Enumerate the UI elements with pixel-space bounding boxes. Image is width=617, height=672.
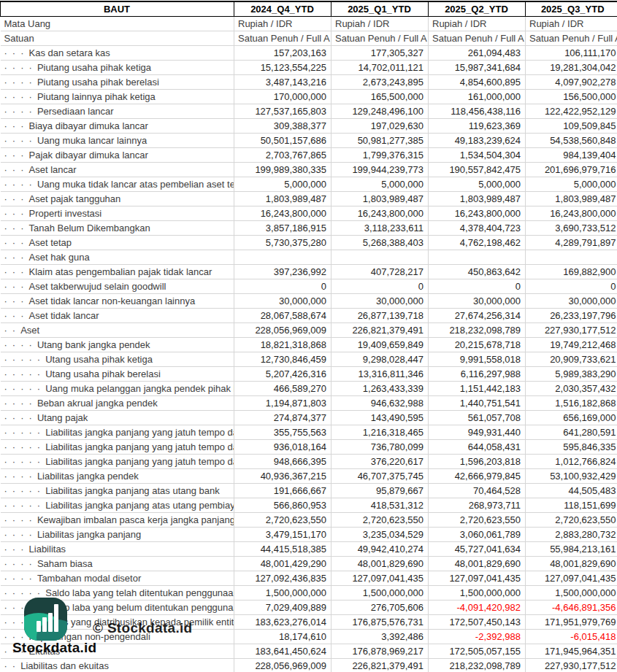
cell-value: 226,821,379,491 — [332, 659, 429, 672]
row-label: · · · · Uang muka lancar lainnya — [1, 134, 234, 148]
cell-value: 5,000,000 — [429, 177, 526, 192]
cell-value: 1,803,989,487 — [234, 192, 332, 206]
cell-value: 1,799,376,315 — [332, 148, 429, 163]
cell-value: 127,097,041,435 — [526, 571, 617, 586]
row-label-text: Liabilitas — [29, 544, 66, 555]
cell-value: 106,111,170 — [526, 46, 617, 61]
row-label: · · · · · Liabilitas jangka panjang atas… — [1, 498, 234, 513]
cell-value: -2,392,988 — [429, 630, 526, 644]
row-label: · · · · Uang muka tidak lancar atas pemb… — [1, 177, 234, 192]
cell-value: 118,456,438,116 — [429, 104, 526, 119]
cell-value: 26,233,197,796 — [526, 309, 617, 323]
table-row: · · · · Uang muka lancar lainnya50,501,1… — [1, 134, 617, 148]
row-label-text: Klaim atas pengembalian pajak tidak lanc… — [29, 266, 212, 277]
cell-value: 309,388,377 — [234, 119, 332, 134]
cell-value: 1,516,182,868 — [526, 396, 617, 411]
cell-value: 16,243,800,000 — [332, 206, 429, 221]
table-row: · · · · Piutang lainnya pihak ketiga170,… — [1, 90, 617, 104]
row-label-text: Liabilitas jangka panjang yang jatuh tem… — [45, 456, 234, 467]
cell-value: 161,000,000 — [429, 90, 526, 104]
cell-value: -4,091,420,982 — [429, 600, 526, 615]
indent-dots: · · · · — [4, 398, 37, 409]
cell-value: 595,846,335 — [526, 440, 617, 455]
meta-value: Satuan Penuh / Full A — [526, 31, 617, 46]
cell-value: 0 — [526, 279, 617, 294]
logo-barchart-icon — [42, 617, 47, 632]
indent-dots: · · · · · — [4, 427, 46, 438]
cell-value: 1,534,504,304 — [429, 148, 526, 163]
table-row: · · · · Beban akrual jangka pendek1,194,… — [1, 396, 617, 411]
cell-value: 176,875,576,731 — [332, 615, 429, 630]
logo-barchart-icon — [37, 621, 41, 632]
cell-value: 5,000,000 — [526, 177, 617, 192]
cell-value: 644,058,431 — [429, 440, 526, 455]
row-label: · · Liabilitas dan ekuitas — [1, 659, 234, 672]
row-label-text: Properti investasi — [29, 208, 102, 219]
row-label: · · · · Piutang lainnya pihak ketiga — [1, 90, 234, 104]
indent-dots: · · · — [4, 208, 29, 219]
cell-value: 2,720,623,550 — [234, 513, 332, 528]
cell-value — [526, 250, 617, 265]
cell-value: 18,174,610 — [234, 630, 332, 644]
row-label-text: Pajak dibayar dimuka lancar — [29, 150, 148, 161]
table-row: · · · Aset takberwujud selain goodwill00… — [1, 279, 617, 294]
cell-value: 4,378,404,723 — [429, 221, 526, 236]
cell-value: 19,281,304,042 — [526, 61, 617, 75]
cell-value: 1,803,989,487 — [429, 192, 526, 206]
cell-value: 218,232,098,789 — [429, 659, 526, 672]
cell-value: 165,500,000 — [332, 90, 429, 104]
cell-value: 26,877,139,718 — [332, 309, 429, 323]
cell-value: 561,057,708 — [429, 411, 526, 425]
row-label: · · · Properti investasi — [1, 206, 234, 221]
row-label: · · · Tanah Belum Dikembangkan — [1, 221, 234, 236]
indent-dots: · · · — [4, 237, 29, 248]
cell-value: 3,487,143,216 — [234, 75, 332, 90]
table-row: · · · · Persediaan lancar127,537,165,803… — [1, 104, 617, 119]
row-label: · · · · Piutang usaha pihak berelasi — [1, 75, 234, 90]
period-header: 2025_Q2_YTD — [429, 1, 526, 17]
cell-value: 169,882,900 — [526, 265, 617, 279]
indent-dots: · · · — [4, 223, 29, 233]
table-row: · · Aset228,056,969,009226,821,379,49121… — [1, 323, 617, 338]
cell-value: 199,944,239,773 — [332, 163, 429, 177]
cell-value: 13,316,811,346 — [332, 367, 429, 382]
cell-value: 466,589,270 — [234, 382, 332, 396]
cell-value — [332, 250, 429, 265]
cell-value: 156,500,000 — [526, 90, 617, 104]
cell-value: 50,981,277,385 — [332, 134, 429, 148]
row-label-text: Biaya dibayar dimuka lancar — [29, 120, 148, 131]
cell-value: 16,243,800,000 — [234, 206, 332, 221]
meta-value: Satuan Penuh / Full A — [429, 31, 526, 46]
cell-value: 9,298,028,447 — [332, 352, 429, 367]
cell-value: 19,409,659,849 — [332, 338, 429, 352]
cell-value: 228,056,969,009 — [234, 323, 332, 338]
meta-row: Mata UangRupiah / IDRRupiah / IDRRupiah … — [1, 17, 617, 31]
meta-label: Satuan — [1, 31, 234, 46]
cell-value: 6,116,297,988 — [429, 367, 526, 382]
table-row: · · · Biaya dibayar dimuka lancar309,388… — [1, 119, 617, 134]
cell-value: 183,641,450,624 — [234, 644, 332, 659]
table-row: · · · · Utang bank jangka pendek18,821,3… — [1, 338, 617, 352]
meta-value: Satuan Penuh / Full A — [332, 31, 429, 46]
meta-label: Mata Uang — [1, 17, 234, 31]
cell-value: 274,874,377 — [234, 411, 332, 425]
cell-value: 5,207,426,316 — [234, 367, 332, 382]
cell-value: 2,720,623,550 — [429, 513, 526, 528]
cell-value: 12,730,846,459 — [234, 352, 332, 367]
cell-value: 171,951,979,769 — [526, 615, 617, 630]
row-label-text: Aset — [20, 325, 39, 336]
cell-value: 54,538,560,848 — [526, 134, 617, 148]
row-label: · · · · Piutang usaha pihak ketiga — [1, 61, 234, 75]
indent-dots: · · · · — [4, 471, 37, 482]
cell-value: 48,001,829,690 — [332, 557, 429, 571]
cell-value: 44,505,483 — [526, 484, 617, 498]
indent-dots: · · · · — [4, 135, 37, 146]
cell-value: 407,728,217 — [332, 265, 429, 279]
cell-value: 70,464,528 — [429, 484, 526, 498]
cell-value: 1,194,871,803 — [234, 396, 332, 411]
row-label: · · · Klaim atas pengembalian pajak tida… — [1, 265, 234, 279]
cell-value: 18,821,318,868 — [234, 338, 332, 352]
row-label: · · · Aset tidak lancar non-keuangan lai… — [1, 294, 234, 309]
row-label: · · Aset — [1, 323, 234, 338]
indent-dots: · · · — [4, 47, 29, 58]
